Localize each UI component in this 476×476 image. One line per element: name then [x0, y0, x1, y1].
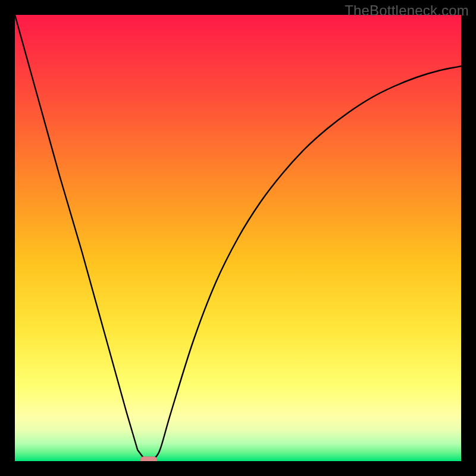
chart-frame: TheBottleneck.com: [0, 0, 476, 476]
chart-svg: [15, 15, 461, 461]
cusp-marker: [140, 457, 157, 462]
plot-area: [15, 15, 461, 461]
